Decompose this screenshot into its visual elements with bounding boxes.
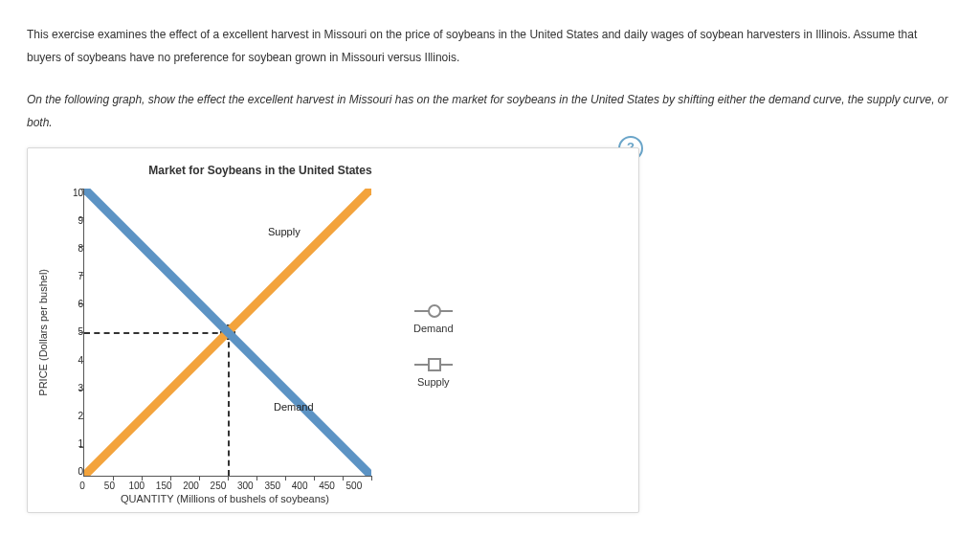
supply-shifter[interactable]: Supply <box>413 359 454 388</box>
demand-label: Demand <box>274 401 314 413</box>
x-axis-label: QUANTITY (Millions of bushels of soybean… <box>81 493 368 504</box>
equilibrium-quantity-line <box>228 332 230 476</box>
plot-area[interactable]: Supply Demand <box>83 189 371 477</box>
y-axis-label: PRICE (Dollars per bushel) <box>35 269 56 396</box>
legend-label: Demand <box>413 321 454 334</box>
chart-panel: Market for Soybeans in the United States… <box>27 147 639 513</box>
supply-label: Supply <box>268 226 301 237</box>
chart-title: Market for Soybeans in the United States <box>102 156 418 189</box>
x-axis-ticks: 0 50 100 150 200 250 300 350 400 450 500 <box>79 481 368 491</box>
equilibrium-point[interactable] <box>220 324 235 340</box>
demand-shifter[interactable]: Demand <box>413 305 454 334</box>
circle-handle-icon <box>414 305 453 317</box>
intro-text: This exercise examines the effect of a e… <box>27 23 953 69</box>
legend: Demand Supply <box>413 279 454 388</box>
instruction-text: On the following graph, show the effect … <box>27 88 953 134</box>
equilibrium-price-line <box>84 332 228 334</box>
legend-label: Supply <box>417 374 450 388</box>
square-handle-icon <box>414 359 453 370</box>
